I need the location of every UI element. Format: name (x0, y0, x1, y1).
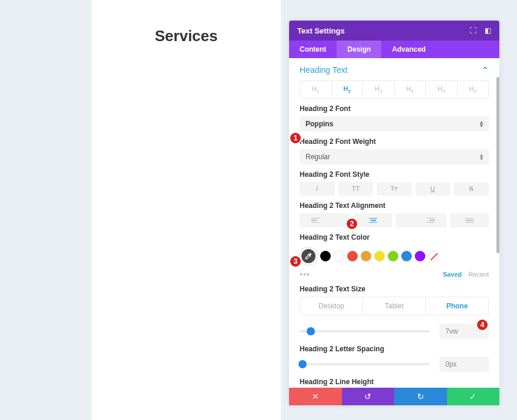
device-phone-tab[interactable]: Phone (426, 297, 488, 315)
h2-tab[interactable]: H2 (332, 81, 364, 98)
undo-button[interactable]: ↺ (342, 388, 395, 405)
line-label: Heading 2 Line Height (300, 378, 489, 386)
tab-content[interactable]: Content (289, 41, 337, 58)
strikethrough-button[interactable]: S (454, 182, 489, 196)
device-tablet-tab[interactable]: Tablet (363, 297, 426, 315)
weight-value: Regular (306, 153, 330, 161)
style-label: Heading 2 Font Style (300, 170, 489, 179)
font-value: Poppins (306, 120, 333, 128)
color-label: Heading 2 Text Color (300, 233, 489, 241)
text-settings-panel: Text Settings ⛶ ◧ Content Design Advance… (289, 21, 499, 405)
h3-tab[interactable]: H3 (363, 81, 395, 98)
letter-label: Heading 2 Letter Spacing (300, 345, 489, 353)
callout-1: 1 (289, 132, 302, 145)
panel-footer: ✕ ↺ ↻ ✓ (289, 388, 499, 405)
chevron-up-icon[interactable]: ⌃ (482, 65, 489, 75)
color-none[interactable] (428, 251, 439, 261)
size-label: Heading 2 Text Size (300, 285, 489, 293)
redo-button[interactable]: ↻ (394, 388, 447, 405)
italic-button[interactable]: I (300, 182, 335, 196)
callout-4: 4 (476, 318, 489, 331)
align-center-button[interactable] (354, 213, 392, 227)
h4-tab[interactable]: H4 (395, 81, 427, 98)
font-select[interactable]: Poppins ▴▾ (300, 116, 489, 132)
page-heading[interactable]: Services (92, 27, 281, 45)
color-swatches (300, 245, 489, 267)
canvas-area: Services (92, 0, 281, 420)
color-yellow[interactable] (374, 251, 385, 261)
weight-label: Heading 2 Font Weight (300, 137, 489, 146)
color-blue[interactable] (401, 251, 412, 261)
align-justify-button[interactable] (450, 213, 489, 227)
align-right-button[interactable] (396, 213, 446, 227)
eyedropper-icon[interactable] (300, 247, 317, 265)
dock-icon[interactable]: ◧ (485, 26, 491, 35)
cancel-button[interactable]: ✕ (289, 388, 342, 405)
letter-value[interactable]: 0px (439, 357, 489, 372)
align-left-button[interactable] (300, 213, 350, 227)
color-red[interactable] (347, 251, 358, 261)
color-purple[interactable] (415, 251, 425, 261)
color-orange[interactable] (361, 251, 371, 261)
uppercase-button[interactable]: TT (338, 182, 374, 196)
tab-design[interactable]: Design (337, 41, 381, 58)
panel-title: Text Settings (297, 26, 345, 35)
panel-scrollbar[interactable] (496, 77, 499, 253)
underline-button[interactable]: U (415, 182, 451, 196)
letter-slider[interactable] (300, 363, 430, 365)
panel-body: Heading Text ⌃ H1 H2 H3 H4 H5 H6 Heading… (289, 58, 499, 388)
h6-tab[interactable]: H6 (458, 81, 489, 98)
saved-tab[interactable]: Saved (443, 271, 462, 278)
expand-icon[interactable]: ⛶ (469, 26, 476, 35)
panel-tabs: Content Design Advanced (289, 41, 499, 58)
more-dots-icon[interactable]: ••• (300, 270, 310, 279)
font-label: Heading 2 Font (300, 105, 489, 113)
device-desktop-tab[interactable]: Desktop (300, 297, 363, 315)
select-arrows-icon: ▴▾ (480, 120, 483, 127)
device-tabs: Desktop Tablet Phone (300, 297, 489, 315)
h5-tab[interactable]: H5 (426, 81, 458, 98)
save-button[interactable]: ✓ (447, 388, 500, 405)
size-slider[interactable] (300, 330, 430, 332)
smallcaps-button[interactable]: Tᴛ (377, 182, 412, 196)
h1-tab[interactable]: H1 (300, 81, 332, 98)
section-title[interactable]: Heading Text (300, 65, 347, 75)
align-label: Heading 2 Text Alignment (300, 201, 489, 210)
color-white[interactable] (334, 251, 344, 261)
panel-header: Text Settings ⛶ ◧ (289, 21, 499, 41)
color-black[interactable] (320, 251, 331, 261)
callout-2: 2 (345, 217, 358, 230)
callout-3: 3 (289, 255, 302, 268)
color-green[interactable] (388, 251, 398, 261)
select-arrows-icon: ▴▾ (480, 153, 483, 160)
recent-tab[interactable]: Recent (468, 271, 489, 278)
heading-level-tabs: H1 H2 H3 H4 H5 H6 (300, 80, 489, 99)
tab-advanced[interactable]: Advanced (381, 41, 436, 58)
weight-select[interactable]: Regular ▴▾ (300, 149, 489, 164)
